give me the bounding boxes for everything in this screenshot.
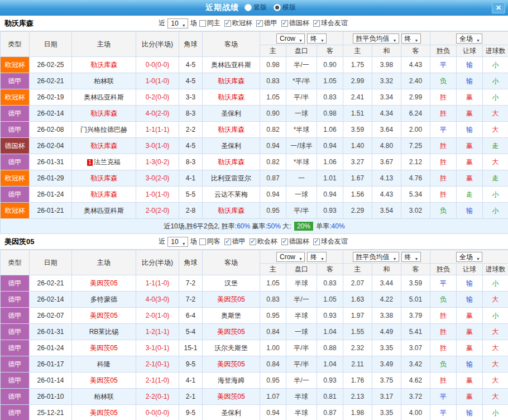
corner-score: 15-1 xyxy=(179,340,203,356)
league-type-badge: 德甲 xyxy=(1,275,30,292)
result-outcome: 负 xyxy=(430,203,457,219)
avg-draw-odds: 3.32 xyxy=(372,73,401,89)
col-header: 类型 xyxy=(1,32,30,57)
scope-dropdown[interactable]: 全场 xyxy=(456,34,482,44)
league-checkbox[interactable]: 德国杯 xyxy=(281,237,309,246)
match-score: 2-2(0-1) xyxy=(136,389,179,405)
league-checkbox[interactable]: 德国杯 xyxy=(281,18,309,28)
col-header: 比分(半场) xyxy=(136,32,179,57)
handicap-line: 平/半 xyxy=(286,340,317,356)
avg-final-dropdown[interactable]: 终 xyxy=(401,34,421,44)
home-team-cell: 奥林匹亚科斯 xyxy=(72,89,136,106)
league-checkbox[interactable]: 球会友谊 xyxy=(313,237,348,246)
match-date: 26-02-04 xyxy=(30,138,72,154)
corner-score: 4-1 xyxy=(179,373,203,389)
avg-dropdown[interactable]: 胜平负均值 xyxy=(353,252,399,262)
avg-final-dropdown[interactable]: 终 xyxy=(401,252,421,262)
away-team-cell: 勒沃库森 xyxy=(203,73,260,89)
away-team-cell: 美因茨05 xyxy=(203,389,260,405)
match-count-dropdown[interactable]: 10 xyxy=(167,237,188,247)
sub-col-header: 让球 xyxy=(457,264,483,275)
match-date: 26-02-21 xyxy=(30,73,72,89)
away-team-name: 奥斯堡 xyxy=(221,312,241,319)
match-row: 欧冠杯26-01-21奥林匹亚科斯2-0(2-0)2-8勒沃库森0.95平/半0… xyxy=(1,203,508,219)
filter-controls: 近10场同客德甲欧会杯德国杯球会友谊 xyxy=(159,237,349,247)
home-odds: 0.94 xyxy=(260,405,286,420)
sub-col-header: 和 xyxy=(372,264,401,275)
league-checkbox-label: 德甲 xyxy=(264,18,277,28)
avg-dropdown[interactable]: 胜平负均值 xyxy=(353,34,399,44)
handicap-line: *半球 xyxy=(286,122,317,138)
checkbox-icon xyxy=(281,238,288,245)
odds-source-dropdown[interactable]: Crow xyxy=(276,34,305,44)
same-venue-checkbox[interactable]: 同主 xyxy=(199,18,221,28)
away-odds: 0.81 xyxy=(317,389,343,405)
match-row: 德甲26-02-21柏林联1-0(1-0)4-5勒沃库森0.83*平/半1.05… xyxy=(1,73,508,89)
match-row: 德甲26-01-24勒沃库森1-0(1-0)5-5云达不莱梅0.94一球0.94… xyxy=(1,187,508,203)
league-type-badge: 德甲 xyxy=(1,187,30,203)
league-type-badge: 德甲 xyxy=(1,405,30,420)
home-team-name: 奥林匹亚科斯 xyxy=(84,93,124,101)
result-outcome: 胜 xyxy=(430,308,457,324)
league-type-badge: 德国杯 xyxy=(1,138,30,154)
sub-col-header: 客 xyxy=(317,264,343,275)
away-odds: 0.87 xyxy=(317,405,343,420)
sub-col-header: 胜负 xyxy=(430,264,457,275)
match-date: 26-02-08 xyxy=(30,122,72,138)
away-team-name: 沃尔夫斯堡 xyxy=(214,344,248,352)
scope-dropdown[interactable]: 全场 xyxy=(456,252,482,262)
handicap-outcome: 输 xyxy=(457,292,483,308)
home-team-name: 美因茨05 xyxy=(90,376,117,384)
league-checkbox[interactable]: 球会友谊 xyxy=(313,18,348,28)
handicap-line: 平/半 xyxy=(286,203,317,219)
odds-final-dropdown[interactable]: 终 xyxy=(307,252,327,262)
league-checkbox-label: 球会友谊 xyxy=(321,237,348,246)
away-team-cell: 圣保利 xyxy=(203,405,260,420)
layout-radio-vertical[interactable]: 竖版 xyxy=(245,3,267,12)
goals-outcome: 走 xyxy=(483,170,508,187)
away-team-name: 美因茨05 xyxy=(217,360,245,368)
avg-away-odds: 4.62 xyxy=(401,373,430,389)
league-checkbox[interactable]: 欧冠杯 xyxy=(224,18,252,28)
match-score: 3-0(2-0) xyxy=(136,170,179,187)
away-odds: 0.93 xyxy=(317,203,343,219)
result-outcome: 负 xyxy=(430,73,457,89)
match-date: 26-01-10 xyxy=(30,389,72,405)
summary-row: 近10场,胜6平2负2, 胜率:60% 赢率:50% 大: 20% 单率:40% xyxy=(1,219,508,234)
odds-source-dropdown[interactable]: Crow xyxy=(276,252,305,262)
col-header: 客场 xyxy=(203,32,260,57)
same-venue-checkbox[interactable]: 同客 xyxy=(199,237,221,246)
match-score: 1-0(1-0) xyxy=(136,187,179,203)
close-button[interactable]: ✕ xyxy=(492,2,505,13)
handicap-line: *平/半 xyxy=(286,73,317,89)
match-score: 4-0(3-0) xyxy=(136,292,179,308)
handicap-outcome: 输 xyxy=(457,203,483,219)
away-team-name: 勒沃库森 xyxy=(218,126,245,133)
result-outcome: 平 xyxy=(430,275,457,292)
avg-home-odds: 2.13 xyxy=(343,389,372,405)
home-team-cell: 勒沃库森 xyxy=(72,106,136,122)
league-checkbox[interactable]: 德甲 xyxy=(224,237,246,246)
match-date: 26-01-21 xyxy=(30,203,72,219)
match-date: 25-12-21 xyxy=(30,405,72,420)
home-team-name: RB莱比锡 xyxy=(89,328,119,336)
odds-group-header: Crow终 xyxy=(260,250,343,264)
match-date: 26-01-29 xyxy=(30,170,72,187)
sub-col-header: 主 xyxy=(260,264,286,275)
layout-radio-horizontal[interactable]: 横版 xyxy=(274,3,296,12)
summary-cell: 近10场,胜6平2负2, 胜率:60% 赢率:50% 大: 20% 单率:40% xyxy=(1,219,508,234)
match-count-dropdown[interactable]: 10 xyxy=(167,18,188,28)
league-checkbox[interactable]: 欧会杯 xyxy=(250,237,277,246)
match-row: 德甲26-02-07美因茨052-0(1-0)6-4奥斯堡0.95半球0.931… xyxy=(1,308,508,324)
odds-final-dropdown[interactable]: 终 xyxy=(307,34,327,44)
league-checkbox[interactable]: 德甲 xyxy=(256,18,277,28)
match-row: 德国杯26-02-04勒沃库森3-0(1-0)4-5圣保利0.94一/球半0.9… xyxy=(1,138,508,154)
avg-home-odds: 2.32 xyxy=(343,340,372,356)
col-header: 客场 xyxy=(203,250,260,275)
corner-score: 8-3 xyxy=(179,154,203,170)
match-row: 德甲26-01-31RB莱比锡1-2(1-1)5-4美因茨050.84一球1.0… xyxy=(1,324,508,340)
home-team-cell: 美因茨05 xyxy=(72,340,136,356)
result-outcome: 胜 xyxy=(430,106,457,122)
handicap-line: 一球 xyxy=(286,106,317,122)
goals-outcome: 小 xyxy=(483,203,508,219)
